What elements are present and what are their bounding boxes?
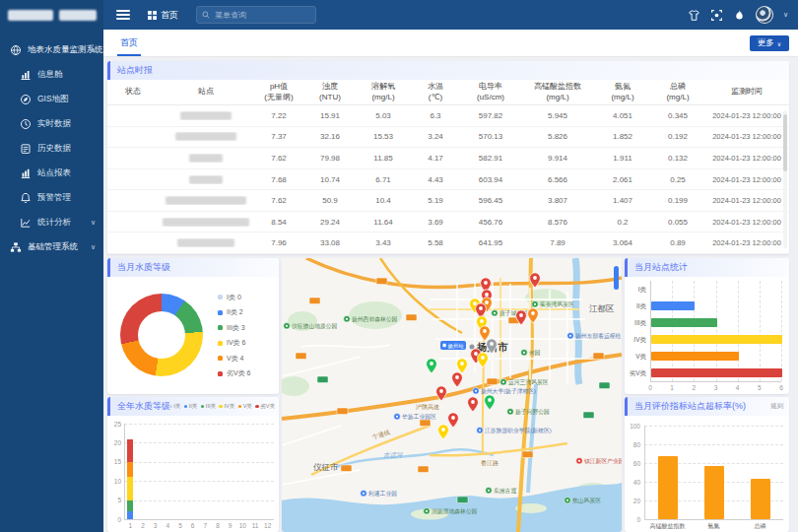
- legend-item[interactable]: I类: [168, 403, 180, 410]
- legend-item[interactable]: I类 0: [218, 290, 251, 305]
- sidebar-group[interactable]: 地表水质量监测系统∧: [0, 37, 103, 62]
- legend-item[interactable]: III类: [201, 403, 216, 410]
- table-row[interactable]: 7.2215.915.036.3597.825.9454.0510.345202…: [107, 105, 789, 127]
- table-row[interactable]: 7.3732.1615.533.24570.135.8261.8520.1922…: [107, 127, 789, 149]
- menu-search[interactable]: [196, 6, 316, 24]
- monthly-quality-panel: 当月水质等级 I类 0II类 2III类 3IV类 6V类 4劣V类 6: [107, 258, 279, 394]
- station-cell: [159, 218, 253, 227]
- x-tick: 6: [188, 522, 198, 529]
- rules-link[interactable]: 规则: [770, 402, 783, 411]
- category-label: IV类: [625, 336, 646, 345]
- more-button[interactable]: 更多 ∨: [750, 35, 789, 51]
- x-tick: 2: [688, 384, 699, 391]
- value-cell: 4.43: [411, 175, 460, 184]
- station-cell: [159, 154, 253, 163]
- poi-label: 焦山风景区: [572, 497, 601, 503]
- x-tick: 2: [138, 522, 148, 529]
- x-tick: 1: [666, 384, 678, 391]
- legend-item[interactable]: III类 3: [218, 320, 251, 336]
- legend-item[interactable]: 劣V类 6: [218, 366, 251, 382]
- x-tick: 6: [775, 384, 787, 391]
- legend-item[interactable]: IV类 6: [218, 336, 251, 352]
- table-column-header: 监测时间: [704, 87, 789, 98]
- scrollbar-thumb[interactable]: [783, 114, 787, 171]
- legend-item[interactable]: IV类: [219, 403, 234, 410]
- table-scrollbar[interactable]: [783, 110, 787, 248]
- sidebar-item[interactable]: 信息舱: [0, 62, 103, 87]
- y-axis: [124, 424, 125, 519]
- y-tick: 40: [625, 479, 640, 486]
- globe-icon: [10, 44, 22, 56]
- redacted-station-name: [175, 132, 236, 141]
- x-tick: 3: [151, 522, 161, 529]
- nav-home[interactable]: 首页: [148, 9, 178, 22]
- table-row[interactable]: 8.5429.2411.643.69456.768.5760.20.055202…: [107, 212, 789, 233]
- table-column-header: 浊度(NTU): [304, 82, 356, 102]
- table-row[interactable]: 7.9633.083.435.58641.957.893.0640.892024…: [107, 233, 789, 254]
- map-scroll-control[interactable]: [614, 266, 619, 290]
- table-column-header: 高锰酸盐指数(mg/L): [521, 82, 594, 102]
- sidebar-item[interactable]: 实时数据: [0, 111, 103, 136]
- search-input[interactable]: [213, 10, 311, 21]
- table-column-header: 水温(℃): [411, 82, 460, 102]
- flame-icon[interactable]: [733, 9, 746, 22]
- table-row[interactable]: 7.6250.910.45.19596.453.8071.4070.199202…: [107, 190, 789, 212]
- topbar-actions: ∨: [688, 0, 788, 30]
- theme-skin-icon[interactable]: [688, 9, 700, 22]
- value-cell: 6.3: [411, 111, 460, 120]
- value-cell: 5.58: [411, 238, 460, 247]
- sidebar-item[interactable]: 预警管理: [0, 185, 103, 210]
- h-bar: [651, 318, 717, 327]
- sidebar-item[interactable]: 历史数据: [0, 136, 103, 161]
- gridline: [738, 281, 739, 381]
- road-label: 沪陕高速: [415, 403, 439, 410]
- menu-toggle-icon[interactable]: [116, 8, 130, 23]
- value-cell: 596.45: [460, 196, 521, 205]
- table-row[interactable]: 7.6810.746.714.43603.946.5662.0610.25202…: [107, 169, 789, 191]
- app-root: 地表水质量监测系统∧信息舱GIS地图实时数据历史数据站点报表预警管理统计分析∨基…: [0, 0, 798, 532]
- value-cell: 2024-01-23 12:00:00: [704, 132, 789, 141]
- table-row[interactable]: 7.6279.9811.854.17582.919.9141.9110.1322…: [107, 148, 789, 169]
- gridline: [124, 500, 274, 501]
- monthly-station-panel: 当月站点统计 0123456I类II类III类IV类V类劣V类: [625, 258, 789, 394]
- table-column-header: 总磷(mg/L): [651, 82, 704, 102]
- value-cell: 2024-01-23 12:00:00: [704, 154, 789, 163]
- city-dot: [470, 345, 475, 350]
- y-axis: [650, 281, 651, 381]
- x-axis: [644, 519, 783, 520]
- category-label: 氨氮: [691, 522, 737, 531]
- chevron-down-icon[interactable]: ∨: [783, 11, 788, 19]
- x-tick: 1: [125, 522, 135, 529]
- donut-hole: [138, 311, 185, 359]
- stations-map[interactable]: 扬州市江都区仪征市古运河沪陕高速宁通线春江路扬州站扬州西郊森林公园仪征捺山地质公…: [282, 258, 622, 532]
- sidebar-group[interactable]: 基础管理系统∨: [0, 234, 103, 259]
- value-cell: 50.9: [304, 196, 356, 205]
- legend-item[interactable]: V类: [238, 403, 252, 410]
- poi-label: 瓜洲古渡: [494, 488, 516, 495]
- h-bar: [651, 368, 782, 377]
- station-cell: [159, 111, 253, 120]
- chevron-down-icon: ∨: [91, 243, 96, 251]
- y-tick: 25: [107, 421, 121, 428]
- year-chart-legend: I类II类III类IV类V类劣V类: [168, 397, 275, 416]
- category-label: II类: [625, 302, 646, 311]
- value-cell: 570.13: [460, 132, 521, 141]
- legend-item[interactable]: II类: [184, 403, 198, 410]
- sidebar-item[interactable]: GIS地图: [0, 87, 103, 111]
- stacked-bar-segment: [127, 500, 133, 512]
- legend-item[interactable]: V类 4: [218, 351, 251, 366]
- sidebar-item[interactable]: 统计分析∨: [0, 210, 103, 234]
- screenshot-icon[interactable]: [710, 9, 723, 22]
- sidebar-nav: 地表水质量监测系统∧信息舱GIS地图实时数据历史数据站点报表预警管理统计分析∨基…: [0, 37, 103, 259]
- table-column-header: 溶解氧(mg/L): [356, 82, 411, 102]
- legend-item[interactable]: II类 2: [218, 305, 251, 321]
- y-tick: 15: [107, 458, 121, 465]
- sidebar-item[interactable]: 站点报表: [0, 161, 103, 185]
- chevron-down-icon: ∨: [777, 40, 781, 47]
- station-cell: [159, 175, 253, 184]
- avatar[interactable]: [756, 6, 773, 24]
- app-logo: [0, 0, 103, 30]
- legend-item[interactable]: 劣V类: [255, 403, 275, 410]
- year-chart: 0510152025123456789101112: [107, 416, 279, 532]
- tab-home[interactable]: 首页: [117, 30, 141, 56]
